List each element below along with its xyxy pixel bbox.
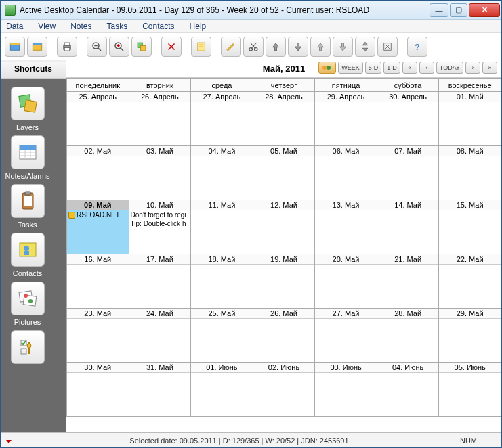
menu-view[interactable]: View	[35, 21, 58, 32]
day-cell[interactable]: 08. Май	[439, 146, 501, 200]
menu-data[interactable]: Data	[3, 21, 26, 32]
sidebar: Shortcuts LayersNotes/AlarmsTasksContact…	[1, 60, 66, 432]
tool-view1-button[interactable]	[5, 37, 25, 57]
day-cell[interactable]: 02. Июнь	[253, 363, 315, 417]
day-cell[interactable]: 22. Май	[439, 254, 501, 309]
day-cell[interactable]: 10. МайDon't forget to regiTip: Double-c…	[129, 200, 191, 254]
day-number: 26. Апрель	[129, 92, 191, 102]
day-cell[interactable]: 20. Май	[315, 254, 377, 309]
day-cell[interactable]: 28. Май	[377, 309, 439, 363]
maximize-button[interactable]: ▢	[450, 3, 467, 17]
arrow-down2-button[interactable]	[333, 37, 353, 57]
sidebar-item-item5[interactable]	[1, 330, 55, 367]
day-cell[interactable]: 09. МайRSLOAD.NET	[67, 200, 129, 254]
menu-contacts[interactable]: Contacts	[140, 21, 177, 32]
toggle-view-button[interactable]	[318, 62, 336, 74]
day-cell[interactable]: 31. Май	[129, 363, 191, 417]
day-cell[interactable]: 03. Май	[129, 146, 191, 200]
day-cell[interactable]: 24. Май	[129, 309, 191, 363]
day-number: 01. Май	[439, 92, 501, 102]
day-cell[interactable]: 04. Май	[191, 146, 253, 200]
day-cell[interactable]: 27. Май	[315, 309, 377, 363]
svg-line-8	[98, 47, 102, 51]
day-cell[interactable]: 17. Май	[129, 254, 191, 309]
day-cell[interactable]: 01. Май	[439, 92, 501, 146]
day-number: 26. Май	[253, 309, 315, 319]
day-cell[interactable]: 29. Май	[439, 309, 501, 363]
day-number: 15. Май	[439, 200, 501, 210]
first-button[interactable]: «	[402, 62, 417, 74]
day-cell[interactable]: 27. Апрель	[191, 92, 253, 146]
zoom-out-button[interactable]	[87, 37, 107, 57]
day-cell[interactable]: 30. Апрель	[377, 92, 439, 146]
day-cell[interactable]: 14. Май	[377, 200, 439, 254]
day-cell[interactable]: 13. Май	[315, 200, 377, 254]
close-button[interactable]: ✕	[469, 3, 500, 17]
day-cell[interactable]: 26. Май	[253, 309, 315, 363]
one-day-button[interactable]: 1-D	[383, 62, 400, 74]
day-cell[interactable]: 12. Май	[253, 200, 315, 254]
menu-tasks[interactable]: Tasks	[104, 21, 131, 32]
prev-button[interactable]: ‹	[419, 62, 434, 74]
edit-button[interactable]	[221, 37, 241, 57]
minimize-button[interactable]: —	[430, 3, 448, 17]
today-button[interactable]: TODAY	[436, 62, 463, 74]
next-button[interactable]: ›	[465, 62, 480, 74]
status-text: Selected date: 09.05.2011 | D: 129/365 |…	[18, 436, 460, 445]
help-button[interactable]: ?	[407, 37, 427, 57]
sidebar-item-tasks[interactable]: Tasks	[1, 184, 55, 229]
day-cell[interactable]: 07. Май	[377, 146, 439, 200]
day-cell[interactable]: 04. Июнь	[377, 363, 439, 417]
day-cell[interactable]: 16. Май	[67, 254, 129, 309]
note-button[interactable]	[191, 37, 211, 57]
day-cell[interactable]: 30. Май	[67, 363, 129, 417]
day-cell[interactable]: 25. Май	[191, 309, 253, 363]
delete-button[interactable]	[161, 37, 182, 57]
day-cell[interactable]: 25. Апрель	[67, 92, 129, 146]
sidebar-item-layers[interactable]: Layers	[1, 87, 55, 131]
day-cell[interactable]: 15. Май	[439, 200, 501, 254]
tool-view2-button[interactable]	[27, 37, 47, 57]
calendar-grid[interactable]: понедельниквторниксредачетвергпятницасуб…	[66, 78, 501, 432]
arrow-updown-button[interactable]	[355, 37, 375, 57]
day-cell[interactable]: 02. Май	[67, 146, 129, 200]
clear-button[interactable]	[377, 37, 398, 57]
day-cell[interactable]: 11. Май	[191, 200, 253, 254]
day-cell[interactable]: 18. Май	[191, 254, 253, 309]
day-cell[interactable]: 21. Май	[377, 254, 439, 309]
menu-notes[interactable]: Notes	[68, 21, 94, 32]
arrow-up2-button[interactable]	[310, 37, 331, 57]
last-button[interactable]: »	[482, 62, 497, 74]
svg-rect-5	[64, 43, 70, 46]
zoom-in-button[interactable]	[109, 37, 129, 57]
menu-help[interactable]: Help	[187, 21, 209, 32]
sidebar-item-notes-alarms[interactable]: Notes/Alarms	[1, 135, 55, 180]
calendar-title: Май, 2011	[263, 64, 305, 74]
day-cell[interactable]: 23. Май	[67, 309, 129, 363]
sidebar-item-pictures[interactable]: Pictures	[1, 282, 55, 326]
svg-point-50	[27, 344, 31, 348]
sidebar-icon	[11, 233, 45, 267]
arrow-up1-button[interactable]	[266, 37, 286, 57]
day-cell[interactable]: 01. Июнь	[191, 363, 253, 417]
arrow-down1-button[interactable]	[288, 37, 308, 57]
day-cell[interactable]: 03. Июнь	[315, 363, 377, 417]
sidebar-item-contacts[interactable]: Contacts	[1, 233, 55, 277]
print-button[interactable]	[57, 37, 77, 57]
cut-button[interactable]	[243, 37, 264, 57]
day-number: 23. Май	[67, 309, 129, 319]
day-cell[interactable]: 29. Апрель	[315, 92, 377, 146]
day-cell[interactable]: 05. Июнь	[439, 363, 501, 417]
week-button[interactable]: WEEK	[338, 62, 363, 74]
svg-point-46	[28, 299, 33, 303]
five-day-button[interactable]: 5-D	[365, 62, 382, 74]
day-cell[interactable]: 05. Май	[253, 146, 315, 200]
day-cell[interactable]: 19. Май	[253, 254, 315, 309]
layers-button[interactable]	[131, 37, 152, 57]
day-event[interactable]: RSLOAD.NET	[67, 210, 129, 219]
day-cell[interactable]: 26. Апрель	[129, 92, 191, 146]
day-cell[interactable]: 28. Апрель	[253, 92, 315, 146]
app-window: Active Desktop Calendar - 09.05.2011 - D…	[0, 0, 502, 448]
day-number: 25. Апрель	[67, 92, 129, 102]
day-cell[interactable]: 06. Май	[315, 146, 377, 200]
